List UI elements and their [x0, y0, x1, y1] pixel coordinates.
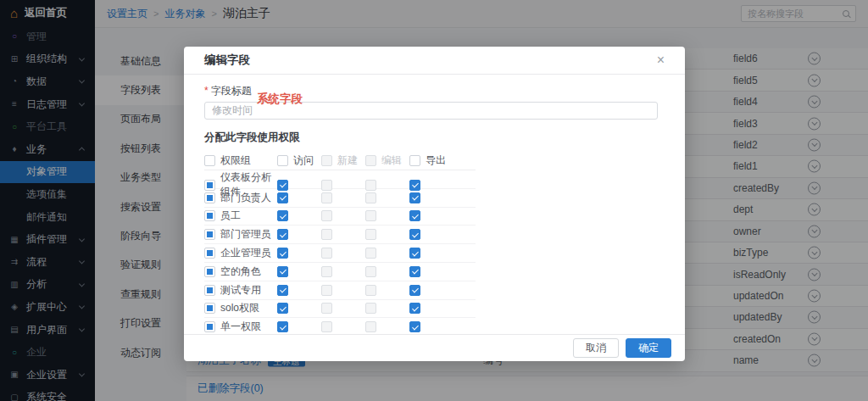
- perm-cell: [409, 285, 453, 296]
- perm-cell: [409, 210, 453, 221]
- perm-checkbox: [321, 321, 332, 332]
- perm-group-checkbox[interactable]: [204, 321, 215, 332]
- perm-group-checkbox[interactable]: [204, 180, 215, 191]
- perm-checkbox: [321, 180, 332, 191]
- perm-group-cell: 空的角色: [204, 265, 277, 279]
- perm-header-checkbox: [321, 155, 332, 166]
- required-asterisk: *: [204, 85, 209, 97]
- perm-checkbox: [321, 210, 332, 221]
- confirm-button[interactable]: 确定: [626, 338, 671, 358]
- perm-checkbox[interactable]: [277, 192, 288, 203]
- perm-group-label: 空的角色: [220, 265, 261, 279]
- perm-cell: [365, 285, 409, 296]
- perm-checkbox[interactable]: [277, 180, 288, 191]
- perm-row-空的角色: 空的角色: [204, 263, 476, 281]
- perm-checkbox[interactable]: [277, 285, 288, 296]
- perm-checkbox[interactable]: [277, 210, 288, 221]
- perm-group-checkbox[interactable]: [204, 248, 215, 259]
- perm-column-label: 新建: [337, 153, 358, 168]
- perm-group-checkbox[interactable]: [204, 266, 215, 277]
- perm-row-单一权限: 单一权限: [204, 318, 476, 334]
- modal-footer: 取消 确定: [184, 334, 685, 361]
- perm-checkbox[interactable]: [277, 266, 288, 277]
- perm-cell: [365, 210, 409, 221]
- close-icon[interactable]: ×: [657, 53, 665, 67]
- perm-cell: [365, 180, 409, 191]
- perm-checkbox[interactable]: [277, 303, 288, 314]
- modal-header: 编辑字段 ×: [184, 47, 685, 75]
- perm-checkbox: [365, 303, 376, 314]
- perm-column-label: 导出: [426, 153, 446, 168]
- perm-column-0: 权限组: [204, 153, 277, 168]
- perm-checkbox: [321, 303, 332, 314]
- perm-cell: [365, 303, 409, 314]
- perm-column-label: 编辑: [381, 153, 402, 168]
- perm-group-checkbox[interactable]: [204, 210, 215, 221]
- perm-cell: [321, 192, 365, 203]
- perm-checkbox[interactable]: [409, 180, 420, 191]
- perm-checkbox[interactable]: [409, 321, 420, 332]
- perm-checkbox[interactable]: [409, 210, 420, 221]
- perm-checkbox: [365, 285, 376, 296]
- perm-row-员工: 员工: [204, 208, 476, 226]
- perm-cell: [277, 248, 321, 259]
- perm-checkbox[interactable]: [277, 248, 288, 259]
- permission-section-title: 分配此字段使用权限: [204, 131, 665, 147]
- perm-cell: [409, 266, 453, 277]
- perm-group-cell: 部门负责人: [204, 191, 277, 205]
- perm-cell: [321, 229, 365, 240]
- perm-header-checkbox[interactable]: [204, 155, 215, 166]
- perm-column-1: 访问: [277, 153, 321, 168]
- perm-header-checkbox[interactable]: [409, 155, 420, 166]
- perm-group-checkbox[interactable]: [204, 229, 215, 240]
- perm-cell: [321, 210, 365, 221]
- perm-cell: [409, 180, 453, 191]
- perm-cell: [409, 248, 453, 259]
- perm-group-label: 部门负责人: [220, 191, 271, 205]
- perm-cell: [321, 248, 365, 259]
- perm-checkbox[interactable]: [277, 229, 288, 240]
- cancel-button[interactable]: 取消: [573, 338, 619, 358]
- perm-cell: [409, 321, 453, 332]
- edit-field-modal: 编辑字段 × *字段标题 系统字段 分配此字段使用权限 权限组访问新建编辑导出 …: [184, 47, 685, 361]
- perm-group-label: 员工: [220, 209, 241, 223]
- modal-body: *字段标题 系统字段 分配此字段使用权限 权限组访问新建编辑导出 仪表板分析组件…: [184, 75, 685, 334]
- perm-row-部门管理员: 部门管理员: [204, 226, 476, 244]
- perm-checkbox[interactable]: [409, 248, 420, 259]
- perm-checkbox: [321, 229, 332, 240]
- perm-row-仪表板分析组件: 仪表板分析组件: [204, 170, 476, 189]
- perm-checkbox[interactable]: [409, 303, 420, 314]
- perm-checkbox[interactable]: [409, 285, 420, 296]
- perm-cell: [321, 266, 365, 277]
- perm-checkbox[interactable]: [409, 229, 420, 240]
- perm-checkbox[interactable]: [277, 321, 288, 332]
- perm-cell: [321, 180, 365, 191]
- perm-checkbox: [365, 210, 376, 221]
- perm-checkbox: [365, 248, 376, 259]
- perm-checkbox[interactable]: [409, 266, 420, 277]
- perm-cell: [277, 266, 321, 277]
- perm-cell: [365, 248, 409, 259]
- perm-cell: [321, 303, 365, 314]
- system-field-annotation: 系统字段: [257, 92, 303, 107]
- perm-group-checkbox[interactable]: [204, 303, 215, 314]
- perm-cell: [409, 192, 453, 203]
- perm-group-cell: 部门管理员: [204, 227, 277, 242]
- perm-group-cell: solo权限: [204, 301, 277, 315]
- perm-checkbox: [365, 321, 376, 332]
- perm-column-3: 编辑: [365, 153, 409, 168]
- perm-group-cell: 员工: [204, 209, 277, 223]
- perm-group-label: solo权限: [220, 301, 259, 315]
- modal-title: 编辑字段: [204, 53, 250, 68]
- perm-header-checkbox[interactable]: [277, 155, 288, 166]
- perm-column-label: 访问: [293, 153, 314, 168]
- perm-group-checkbox[interactable]: [204, 192, 215, 203]
- perm-row-部门负责人: 部门负责人: [204, 189, 476, 208]
- perm-checkbox: [365, 192, 376, 203]
- perm-group-label: 单一权限: [220, 320, 261, 334]
- perm-checkbox[interactable]: [409, 192, 420, 203]
- perm-header-checkbox: [365, 155, 376, 166]
- perm-group-label: 部门管理员: [220, 227, 271, 242]
- perm-group-checkbox[interactable]: [204, 285, 215, 296]
- perm-cell: [321, 285, 365, 296]
